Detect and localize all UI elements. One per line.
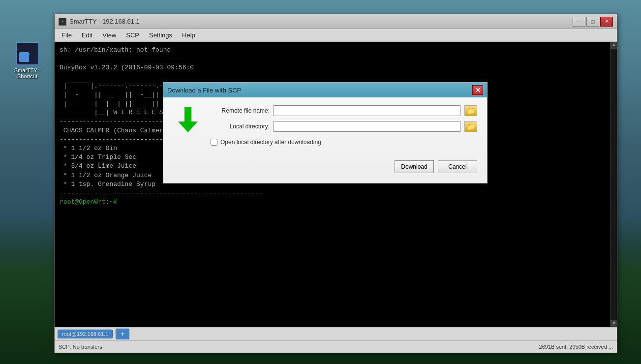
term-line-prompt: root@OpenWrt:~# xyxy=(60,198,612,207)
scroll-down-button[interactable]: ▼ xyxy=(610,320,617,327)
desktop: SmarTTY - Shortcut SmarTTY - 192.168.61.… xyxy=(0,0,641,364)
remote-file-browse-button[interactable]: 📁 xyxy=(464,105,477,116)
term-line-sep3: ----------------------------------------… xyxy=(60,189,612,198)
download-button[interactable]: Download xyxy=(395,160,434,173)
maximize-button[interactable]: □ xyxy=(586,17,599,27)
remote-file-row: Remote file name: 📁 xyxy=(211,105,477,116)
minimize-button[interactable]: ─ xyxy=(573,17,585,27)
window-title: SmarTTY - 192.168.61.1 xyxy=(69,18,140,25)
menu-view[interactable]: View xyxy=(97,30,121,40)
menu-scp[interactable]: SCP xyxy=(121,30,144,40)
open-dir-checkbox[interactable] xyxy=(211,139,217,146)
app-icon xyxy=(59,18,66,26)
local-dir-input[interactable] xyxy=(274,121,460,132)
close-button[interactable]: ✕ xyxy=(600,17,613,27)
add-session-button[interactable]: + xyxy=(116,329,129,339)
dialog-form: Remote file name: 📁 Local directory: 📁 O… xyxy=(211,105,477,173)
remote-file-label: Remote file name: xyxy=(211,107,270,114)
download-icon xyxy=(173,105,203,135)
menu-edit[interactable]: Edit xyxy=(77,30,97,40)
term-line-3: BusyBox v1.23.2 (2016-09-03 09:56:0 xyxy=(60,63,612,72)
app-window: SmarTTY - 192.168.61.1 ─ □ ✕ File Edit V… xyxy=(54,14,617,353)
status-tabs: root@192.168.61.1 + xyxy=(55,328,617,341)
term-line-2 xyxy=(60,55,612,63)
arrow-shaft xyxy=(184,107,191,121)
local-dir-row: Local directory: 📁 xyxy=(211,121,477,132)
scroll-up-button[interactable]: ▲ xyxy=(610,42,617,49)
term-line-4 xyxy=(60,73,612,82)
dialog-close-button[interactable]: ✕ xyxy=(472,85,483,95)
dialog-body: Remote file name: 📁 Local directory: 📁 O… xyxy=(163,97,487,183)
menu-file[interactable]: File xyxy=(57,30,77,40)
checkbox-row: Open local directory after downloading xyxy=(211,139,477,146)
dialog-buttons: Download Cancel xyxy=(211,156,477,173)
status-info: SCP: No transfers 2691B sent, 2950B rece… xyxy=(55,341,617,353)
dialog-title-bar: Download a File with SCP ✕ xyxy=(163,83,487,97)
title-bar-left: SmarTTY - 192.168.61.1 xyxy=(59,18,140,26)
status-bar: root@192.168.61.1 + SCP: No transfers 26… xyxy=(55,327,617,353)
desktop-icon-smarttty[interactable]: SmarTTY - Shortcut xyxy=(9,42,46,79)
download-arrow-icon xyxy=(178,107,198,134)
title-bar: SmarTTY - 192.168.61.1 ─ □ ✕ xyxy=(55,14,617,29)
transfer-stats-text: 2691B sent, 2950B received ... xyxy=(539,344,613,350)
menu-help[interactable]: Help xyxy=(177,30,200,40)
scrollbar-track[interactable]: ▲ ▼ xyxy=(610,42,617,327)
download-dialog: Download a File with SCP ✕ xyxy=(163,82,488,183)
menu-bar: File Edit View SCP Settings Help xyxy=(55,29,617,42)
menu-settings[interactable]: Settings xyxy=(144,30,177,40)
title-controls: ─ □ ✕ xyxy=(573,17,613,27)
cancel-button[interactable]: Cancel xyxy=(438,160,477,173)
session-tab[interactable]: root@192.168.61.1 xyxy=(58,330,113,338)
checkbox-label[interactable]: Open local directory after downloading xyxy=(220,139,321,146)
local-dir-label: Local directory: xyxy=(211,123,270,130)
desktop-icon-label: SmarTTY - Shortcut xyxy=(14,67,41,79)
dialog-title: Download a File with SCP xyxy=(167,87,241,94)
remote-file-input[interactable] xyxy=(274,105,460,116)
arrow-head xyxy=(178,121,198,132)
smarttty-icon xyxy=(16,42,39,65)
scp-status-text: SCP: No transfers xyxy=(59,344,102,350)
term-line-1: sh: /usr/bin/xauth: not found xyxy=(60,46,612,55)
local-dir-browse-button[interactable]: 📁 xyxy=(464,121,477,132)
